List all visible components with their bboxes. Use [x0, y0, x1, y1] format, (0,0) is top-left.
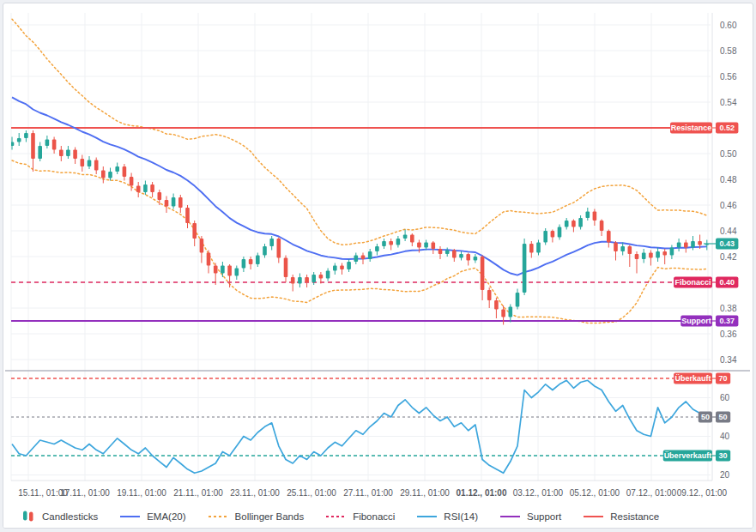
svg-text:0.40: 0.40	[719, 278, 735, 287]
svg-text:0.46: 0.46	[720, 201, 737, 210]
solid-line-icon	[120, 514, 140, 519]
legend-item-ema-20[interactable]: EMA(20)	[120, 511, 185, 522]
fibonacci-label-badge[interactable]: Fibonacci	[674, 277, 716, 288]
svg-text:27.11., 01:00: 27.11., 01:00	[343, 488, 393, 498]
rsi-axis[interactable]: 604020	[720, 393, 730, 480]
svg-text:40: 40	[720, 432, 730, 441]
svg-text:0.58: 0.58	[720, 46, 737, 56]
svg-text:0.48: 0.48	[720, 175, 737, 184]
svg-text:30: 30	[719, 451, 728, 460]
time-axis[interactable]: 15.11., 01:0017.11., 01:0019.11., 01:002…	[18, 488, 727, 498]
oversold-label-badge[interactable]: Überverkauft	[663, 450, 716, 462]
svg-text:0.34: 0.34	[720, 355, 737, 365]
svg-text:50: 50	[701, 413, 710, 421]
support-label-badge[interactable]: Support	[680, 316, 716, 327]
svg-text:29.11., 01:00: 29.11., 01:00	[400, 488, 450, 498]
svg-text:0.50: 0.50	[720, 149, 737, 159]
svg-text:0.37: 0.37	[719, 317, 735, 325]
overbought-value-badge: 70	[716, 373, 730, 384]
legend-label: Support	[527, 511, 561, 522]
svg-text:19.11., 01:00: 19.11., 01:00	[117, 488, 166, 498]
rsi-line	[12, 380, 707, 473]
legend-label: EMA(20)	[147, 511, 185, 522]
legend-label: Bollinger Bands	[235, 511, 305, 522]
legend-label: Resistance	[610, 511, 659, 522]
legend-item-rsi-14[interactable]: RSI(14)	[417, 511, 478, 522]
legend-item-support[interactable]: Support	[500, 511, 561, 522]
svg-text:23.11., 01:00: 23.11., 01:00	[230, 488, 280, 498]
svg-text:17.11., 01:00: 17.11., 01:00	[60, 488, 110, 498]
rsi-current-value-badge[interactable]: 50	[699, 412, 716, 423]
fibonacci-value-badge: 0.40	[716, 277, 738, 288]
support-value-badge: 0.37	[716, 316, 738, 327]
legend-item-candlesticks[interactable]: Candlesticks	[22, 510, 98, 523]
svg-text:05.12., 01:00: 05.12., 01:00	[570, 488, 620, 498]
svg-text:07.12., 01:00: 07.12., 01:00	[626, 488, 677, 498]
gridlines	[11, 13, 712, 481]
price-axis[interactable]: 0.600.580.560.540.500.480.460.440.420.38…	[720, 21, 737, 365]
legend-item-resistance[interactable]: Resistance	[584, 511, 659, 522]
dashed-line-icon	[209, 514, 228, 519]
current-price-badge: 0.43	[716, 239, 738, 250]
svg-text:60: 60	[720, 393, 730, 402]
price-rsi-chart[interactable]: Resistance0.52Fibonacci0.40Support0.37Üb…	[3, 3, 751, 504]
resistance-value-badge: 0.52	[716, 123, 738, 134]
svg-text:0.54: 0.54	[720, 98, 737, 107]
svg-text:Support: Support	[681, 317, 711, 325]
svg-text:20: 20	[720, 470, 730, 480]
chart-legend: CandlesticksEMA(20)Bollinger BandsFibona…	[3, 505, 753, 528]
chart-widget: Resistance0.52Fibonacci0.40Support0.37Üb…	[3, 3, 753, 529]
svg-text:70: 70	[719, 374, 728, 383]
solid-line-icon	[584, 514, 603, 519]
svg-text:25.11., 01:00: 25.11., 01:00	[287, 488, 336, 498]
svg-text:50: 50	[719, 413, 728, 421]
candlesticks	[10, 130, 709, 325]
svg-text:03.12., 01:00: 03.12., 01:00	[513, 488, 564, 498]
legend-label: RSI(14)	[444, 511, 478, 522]
svg-text:0.56: 0.56	[720, 72, 737, 82]
legend-item-fibonacci[interactable]: Fibonacci	[326, 511, 395, 522]
svg-text:0.42: 0.42	[720, 252, 737, 262]
candlesticks-icon	[22, 510, 35, 523]
legend-label: Fibonacci	[353, 511, 395, 522]
svg-text:0.60: 0.60	[720, 21, 737, 30]
overbought-label-badge[interactable]: Überkauft	[674, 373, 716, 384]
oversold-value-badge: 30	[716, 450, 730, 462]
dashed-line-icon	[326, 514, 346, 519]
legend-label: Candlesticks	[42, 511, 98, 522]
svg-text:0.44: 0.44	[720, 227, 737, 236]
resistance-label-badge[interactable]: Resistance	[670, 123, 716, 134]
rsi-midline-value-badge: 50	[716, 412, 730, 423]
svg-text:Überkauft: Überkauft	[675, 374, 711, 383]
svg-text:0.36: 0.36	[720, 329, 737, 339]
svg-text:Fibonacci: Fibonacci	[675, 278, 711, 287]
solid-line-icon	[500, 514, 520, 519]
legend-item-bollinger-bands[interactable]: Bollinger Bands	[209, 511, 305, 522]
svg-text:Resistance: Resistance	[671, 124, 712, 132]
svg-text:01.12., 01:00: 01.12., 01:00	[457, 488, 507, 498]
svg-text:Überverkauft: Überverkauft	[664, 451, 712, 460]
svg-text:21.11., 01:00: 21.11., 01:00	[173, 488, 223, 498]
svg-text:0.52: 0.52	[719, 124, 735, 132]
svg-text:09.12., 01:00: 09.12., 01:00	[677, 488, 728, 498]
svg-text:0.43: 0.43	[719, 239, 735, 248]
svg-text:0.38: 0.38	[720, 304, 737, 313]
solid-line-icon	[417, 514, 437, 519]
